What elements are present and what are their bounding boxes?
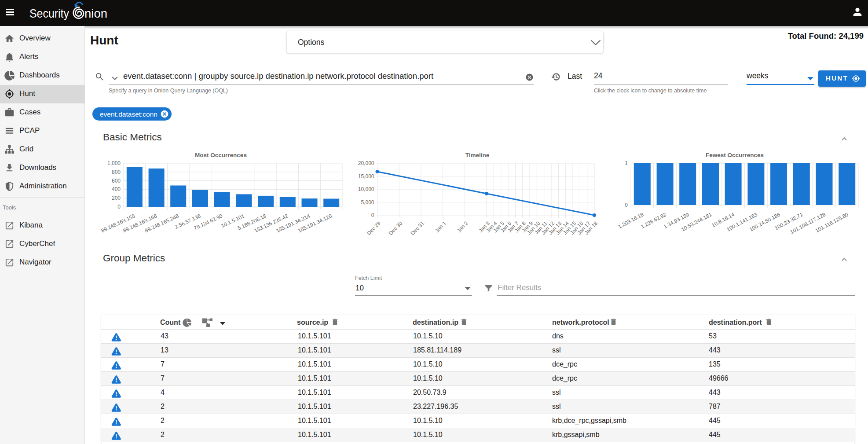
svg-text:400: 400 [112, 186, 121, 192]
svg-text:nion: nion [84, 7, 107, 20]
svg-text:Fewest Occurrences: Fewest Occurrences [706, 152, 764, 158]
svg-text:1.226.62.92: 1.226.62.92 [640, 211, 667, 230]
svg-text:1.203.16.18: 1.203.16.18 [617, 211, 645, 230]
svg-text:600: 600 [112, 178, 121, 184]
svg-text:Timeline: Timeline [465, 152, 490, 158]
svg-text:1: 1 [625, 160, 628, 166]
svg-text:10,000: 10,000 [358, 186, 374, 192]
svg-text:0: 0 [117, 204, 121, 210]
svg-text:15,000: 15,000 [358, 173, 374, 180]
svg-text:Jan 1: Jan 1 [434, 220, 447, 234]
svg-text:0: 0 [371, 212, 374, 218]
svg-text:800: 800 [112, 169, 121, 175]
svg-text:0: 0 [625, 202, 628, 208]
svg-text:1,000: 1,000 [107, 160, 121, 166]
svg-text:5,000: 5,000 [361, 199, 374, 205]
svg-text:Dec 31: Dec 31 [410, 220, 426, 236]
svg-text:Most Occurrences: Most Occurrences [195, 152, 247, 158]
svg-text:20,000: 20,000 [358, 160, 374, 166]
svg-text:Dec 30: Dec 30 [388, 220, 404, 236]
svg-text:Dec 29: Dec 29 [366, 220, 382, 236]
svg-text:Jan 2: Jan 2 [456, 220, 469, 234]
svg-text:200: 200 [112, 195, 121, 201]
svg-text:Security: Security [29, 7, 69, 20]
